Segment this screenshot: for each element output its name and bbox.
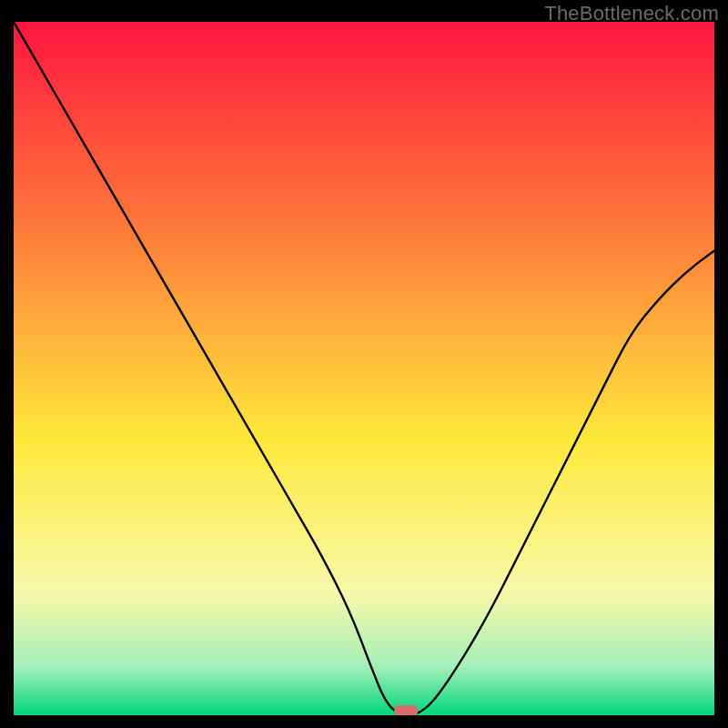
optimal-marker xyxy=(394,705,418,715)
plot-background xyxy=(14,22,714,715)
watermark-text: TheBottleneck.com xyxy=(544,2,719,25)
bottleneck-chart xyxy=(14,22,714,715)
chart-frame: TheBottleneck.com xyxy=(0,0,728,728)
